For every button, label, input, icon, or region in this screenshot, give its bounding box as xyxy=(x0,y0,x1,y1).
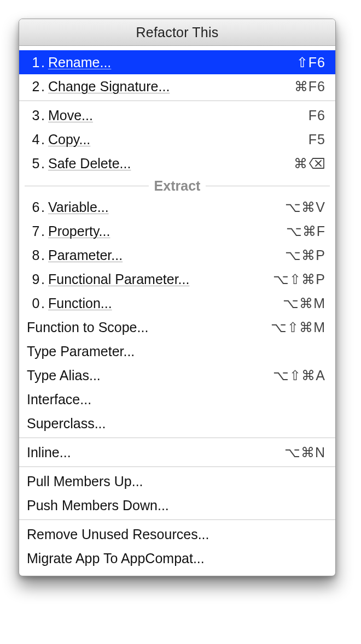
menu-item-name: Safe Delete... xyxy=(48,156,131,172)
separator xyxy=(19,438,335,438)
menu-item-name: Variable... xyxy=(48,199,109,215)
menu-item-inline[interactable]: Inline...⌥⌘N xyxy=(19,440,335,464)
menu-item-label: Interface... xyxy=(27,392,91,407)
menu-item-name: Move... xyxy=(48,108,93,123)
menu-item-label: Remove Unused Resources... xyxy=(27,527,209,542)
menu-item-name: Functional Parameter... xyxy=(48,271,189,287)
menu-item-name: Remove Unused Resources... xyxy=(27,527,209,542)
menu-item-label: Push Members Down... xyxy=(27,498,169,513)
menu-item-safe-delete[interactable]: 5.Safe Delete...⌘ xyxy=(19,151,335,175)
section-label: Extract xyxy=(149,178,206,194)
menu-item-name: Inline... xyxy=(27,445,71,460)
menu-item-copy[interactable]: 4.Copy...F5 xyxy=(19,127,335,151)
menu-item-name: Superclass... xyxy=(27,416,106,432)
menu-item-name: Migrate App To AppCompat... xyxy=(27,551,205,566)
menu-item-label: Type Alias... xyxy=(27,368,101,383)
menu-item-label: 4.Copy... xyxy=(27,132,90,147)
menu-item-name: Push Members Down... xyxy=(27,498,169,513)
menu-item-label: Superclass... xyxy=(27,416,106,432)
delete-icon xyxy=(309,157,325,169)
menu-item-rename[interactable]: 1.Rename...⇧F6 xyxy=(19,50,335,74)
separator xyxy=(19,466,335,467)
menu-item-shortcut: ⇧F6 xyxy=(296,55,325,70)
menu-item-name: Parameter... xyxy=(48,247,123,263)
menu-item-name: Change Signature... xyxy=(48,79,170,94)
menu-item-label: 9.Functional Parameter... xyxy=(27,271,189,287)
menu-item-label: 1.Rename... xyxy=(27,55,111,70)
menu-item-name: Interface... xyxy=(27,392,91,407)
menu-item-label: 8.Parameter... xyxy=(27,247,123,263)
menu-item-shortcut: ⌥⌘M xyxy=(283,296,325,311)
popup-content: 1.Rename...⇧F62.Change Signature...⌘F63.… xyxy=(19,46,335,576)
menu-item-migrate-app-to-appcompat[interactable]: Migrate App To AppCompat... xyxy=(19,546,335,570)
menu-item-label: 7.Property... xyxy=(27,223,110,239)
menu-item-label: Type Parameter... xyxy=(27,344,135,359)
menu-item-label: 3.Move... xyxy=(27,108,93,123)
menu-item-variable[interactable]: 6.Variable...⌥⌘V xyxy=(19,195,335,219)
menu-item-number: 0 xyxy=(27,296,40,311)
menu-item-interface[interactable]: Interface... xyxy=(19,387,335,411)
menu-item-label: Inline... xyxy=(27,445,71,460)
menu-item-number: 8 xyxy=(27,247,40,263)
menu-item-shortcut: ⌘ xyxy=(294,156,325,172)
separator xyxy=(19,101,335,101)
menu-item-push-members-down[interactable]: Push Members Down... xyxy=(19,493,335,517)
menu-item-label: 5.Safe Delete... xyxy=(27,156,131,172)
menu-item-shortcut: ⌥⇧⌘A xyxy=(273,368,325,383)
menu-item-move[interactable]: 3.Move...F6 xyxy=(19,103,335,127)
menu-item-shortcut: ⌥⇧⌘M xyxy=(271,320,325,335)
menu-item-type-parameter[interactable]: Type Parameter... xyxy=(19,339,335,363)
menu-item-number: 6 xyxy=(27,199,40,215)
menu-item-name: Rename... xyxy=(48,55,111,70)
menu-item-superclass[interactable]: Superclass... xyxy=(19,411,335,435)
menu-item-label: 2.Change Signature... xyxy=(27,79,170,94)
menu-item-shortcut: ⌘F6 xyxy=(294,79,325,94)
menu-item-name: Function to Scope... xyxy=(27,320,148,335)
menu-item-function[interactable]: 0.Function...⌥⌘M xyxy=(19,291,335,315)
menu-item-name: Type Parameter... xyxy=(27,344,135,359)
menu-item-name: Property... xyxy=(48,223,110,239)
menu-item-name: Type Alias... xyxy=(27,368,101,383)
menu-item-change-signature[interactable]: 2.Change Signature...⌘F6 xyxy=(19,74,335,98)
menu-item-shortcut: ⌥⌘V xyxy=(285,199,325,215)
menu-item-shortcut: ⌥⌘N xyxy=(284,445,325,460)
menu-item-functional-parameter[interactable]: 9.Functional Parameter...⌥⇧⌘P xyxy=(19,267,335,291)
menu-item-label: Migrate App To AppCompat... xyxy=(27,551,205,566)
section-header-extract: Extract xyxy=(19,178,335,194)
menu-item-label: Pull Members Up... xyxy=(27,474,143,489)
menu-item-shortcut: F5 xyxy=(308,132,325,147)
menu-item-number: 4 xyxy=(27,132,40,147)
menu-item-name: Copy... xyxy=(48,132,90,147)
menu-item-property[interactable]: 7.Property...⌥⌘F xyxy=(19,219,335,243)
menu-item-remove-unused-resources[interactable]: Remove Unused Resources... xyxy=(19,522,335,546)
menu-item-label: 0.Function... xyxy=(27,296,112,311)
menu-item-label: Function to Scope... xyxy=(27,320,148,335)
menu-item-name: Function... xyxy=(48,296,112,311)
menu-item-number: 9 xyxy=(27,271,40,287)
menu-item-function-to-scope[interactable]: Function to Scope...⌥⇧⌘M xyxy=(19,315,335,339)
separator xyxy=(19,519,335,520)
refactor-popup: Refactor This 1.Rename...⇧F62.Change Sig… xyxy=(19,19,336,576)
menu-item-number: 1 xyxy=(27,55,40,70)
menu-item-number: 2 xyxy=(27,79,40,94)
popup-title: Refactor This xyxy=(19,19,335,46)
menu-item-type-alias[interactable]: Type Alias...⌥⇧⌘A xyxy=(19,363,335,387)
menu-item-pull-members-up[interactable]: Pull Members Up... xyxy=(19,469,335,493)
menu-item-number: 3 xyxy=(27,108,40,123)
menu-item-shortcut: ⌥⇧⌘P xyxy=(273,271,325,287)
menu-item-label: 6.Variable... xyxy=(27,199,109,215)
menu-item-shortcut: ⌥⌘F xyxy=(286,223,325,239)
menu-item-number: 7 xyxy=(27,223,40,239)
menu-item-shortcut: ⌥⌘P xyxy=(285,247,325,263)
menu-item-shortcut: F6 xyxy=(308,108,325,123)
menu-item-number: 5 xyxy=(27,156,40,172)
menu-item-parameter[interactable]: 8.Parameter...⌥⌘P xyxy=(19,243,335,267)
menu-item-name: Pull Members Up... xyxy=(27,474,143,489)
